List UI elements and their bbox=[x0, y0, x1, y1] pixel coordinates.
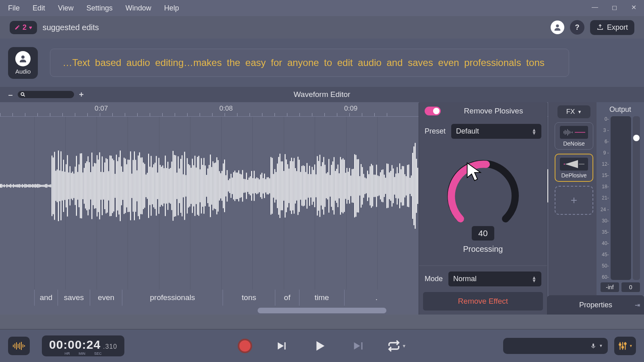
svg-rect-312 bbox=[398, 173, 399, 198]
fx-add-button[interactable]: + bbox=[555, 186, 593, 215]
svg-rect-257 bbox=[327, 172, 328, 200]
transcript-bubble[interactable]: …Text based audio editing…makes the easy… bbox=[50, 49, 569, 77]
timecode-frac: .310 bbox=[103, 343, 117, 350]
svg-rect-141 bbox=[178, 156, 179, 216]
svg-rect-272 bbox=[347, 168, 347, 204]
word-cell[interactable]: of bbox=[275, 290, 299, 306]
svg-rect-306 bbox=[390, 171, 391, 201]
fx-slot-denoise[interactable]: DeNoise bbox=[555, 122, 593, 150]
svg-rect-235 bbox=[299, 160, 299, 212]
svg-rect-246 bbox=[313, 170, 314, 202]
svg-rect-51 bbox=[62, 171, 63, 200]
svg-rect-240 bbox=[305, 172, 306, 200]
preset-select[interactable]: Default ▲▼ bbox=[451, 124, 541, 139]
svg-rect-204 bbox=[259, 179, 260, 192]
svg-rect-301 bbox=[384, 175, 385, 197]
svg-rect-251 bbox=[320, 155, 320, 217]
record-button[interactable] bbox=[238, 339, 252, 353]
zoom-in-button[interactable]: + bbox=[77, 90, 85, 99]
properties-bar[interactable]: Properties ⇥ bbox=[547, 295, 644, 315]
menu-help[interactable]: Help bbox=[164, 4, 179, 12]
svg-rect-205 bbox=[260, 175, 261, 197]
skip-forward-button[interactable] bbox=[351, 339, 365, 353]
svg-rect-300 bbox=[382, 169, 383, 202]
svg-rect-256 bbox=[326, 173, 327, 198]
svg-rect-87 bbox=[108, 171, 109, 201]
svg-rect-72 bbox=[89, 162, 90, 209]
fx-slot-deplosive[interactable]: DePlosive bbox=[555, 154, 593, 182]
svg-rect-30 bbox=[35, 184, 35, 187]
svg-rect-206 bbox=[262, 173, 262, 199]
svg-rect-245 bbox=[312, 167, 312, 205]
help-button[interactable]: ? bbox=[570, 20, 584, 35]
svg-rect-263 bbox=[335, 171, 336, 201]
expand-icon[interactable]: ⇥ bbox=[635, 301, 640, 309]
time-ruler[interactable]: 0:07 0:08 0:09 bbox=[0, 102, 644, 117]
svg-rect-121 bbox=[152, 167, 153, 204]
mode-select[interactable]: Normal ▲▼ bbox=[448, 272, 541, 286]
track-avatar[interactable]: Audio bbox=[8, 47, 38, 79]
svg-rect-151 bbox=[191, 168, 192, 204]
menu-settings[interactable]: Settings bbox=[87, 4, 113, 12]
export-button[interactable]: Export bbox=[590, 20, 634, 35]
svg-rect-325 bbox=[415, 143, 415, 228]
svg-rect-288 bbox=[367, 171, 368, 201]
user-avatar[interactable] bbox=[551, 21, 564, 34]
edits-count-pill[interactable]: 2 ♥ bbox=[10, 21, 37, 34]
svg-rect-63 bbox=[77, 172, 78, 200]
zoom-slider[interactable] bbox=[18, 91, 74, 98]
svg-rect-321 bbox=[410, 178, 411, 194]
svg-rect-124 bbox=[156, 156, 157, 216]
svg-rect-53 bbox=[64, 172, 65, 200]
scrollbar-thumb[interactable] bbox=[258, 308, 386, 313]
svg-rect-208 bbox=[264, 174, 265, 198]
timecode-main: 00:00:24 bbox=[49, 338, 101, 352]
svg-rect-123 bbox=[155, 163, 155, 209]
svg-rect-238 bbox=[303, 165, 303, 206]
menu-window[interactable]: Window bbox=[126, 4, 151, 12]
time-tick: 0:07 bbox=[95, 105, 108, 113]
svg-rect-40 bbox=[47, 185, 48, 187]
word-cell[interactable]: time bbox=[299, 290, 344, 306]
svg-rect-225 bbox=[286, 159, 287, 212]
search-input[interactable]: ▼ bbox=[503, 338, 608, 354]
svg-rect-148 bbox=[187, 158, 188, 214]
mixer-button[interactable]: ▼ bbox=[614, 337, 636, 355]
menu-view[interactable]: View bbox=[58, 4, 74, 12]
waveform-canvas[interactable] bbox=[0, 117, 644, 290]
chevron-down-icon: ▼ bbox=[629, 344, 633, 348]
processing-knob[interactable] bbox=[443, 156, 523, 237]
svg-rect-189 bbox=[239, 174, 240, 198]
word-cell[interactable]: tons bbox=[223, 290, 275, 306]
svg-rect-164 bbox=[207, 169, 208, 203]
remove-effect-button[interactable]: Remove Effect bbox=[423, 292, 543, 311]
close-icon[interactable]: ✕ bbox=[626, 2, 641, 13]
maximize-icon[interactable]: ◻ bbox=[607, 2, 621, 13]
user-icon bbox=[18, 54, 28, 64]
word-cell[interactable]: even bbox=[90, 290, 122, 306]
word-cell[interactable]: saves bbox=[58, 290, 90, 306]
skip-back-button[interactable] bbox=[275, 339, 289, 353]
output-fader[interactable] bbox=[633, 116, 640, 280]
fx-dropdown[interactable]: FX ▼ bbox=[557, 105, 590, 118]
word-cell[interactable]: professionals bbox=[122, 290, 223, 306]
waveform-header: – + Waveform Editor bbox=[0, 87, 644, 102]
svg-rect-10 bbox=[9, 185, 10, 187]
svg-rect-14 bbox=[14, 185, 15, 187]
menu-edit[interactable]: Edit bbox=[33, 4, 45, 12]
minimize-icon[interactable]: — bbox=[588, 2, 602, 13]
effect-toggle[interactable] bbox=[425, 107, 441, 115]
timecode-display[interactable]: 00:00:24 .310 HR MIN SEC bbox=[42, 335, 124, 356]
svg-rect-92 bbox=[115, 174, 116, 198]
zoom-out-button[interactable]: – bbox=[6, 90, 14, 99]
waveform-view-button[interactable] bbox=[8, 337, 30, 355]
word-cell[interactable]: . bbox=[344, 290, 409, 306]
svg-rect-193 bbox=[245, 179, 246, 192]
svg-rect-270 bbox=[344, 160, 345, 212]
loop-button[interactable]: ▼ bbox=[388, 339, 407, 352]
play-button[interactable] bbox=[312, 338, 328, 354]
word-cell[interactable]: and bbox=[34, 290, 58, 306]
word-cell[interactable] bbox=[0, 290, 34, 306]
menu-file[interactable]: File bbox=[8, 4, 20, 12]
svg-rect-195 bbox=[247, 180, 248, 192]
